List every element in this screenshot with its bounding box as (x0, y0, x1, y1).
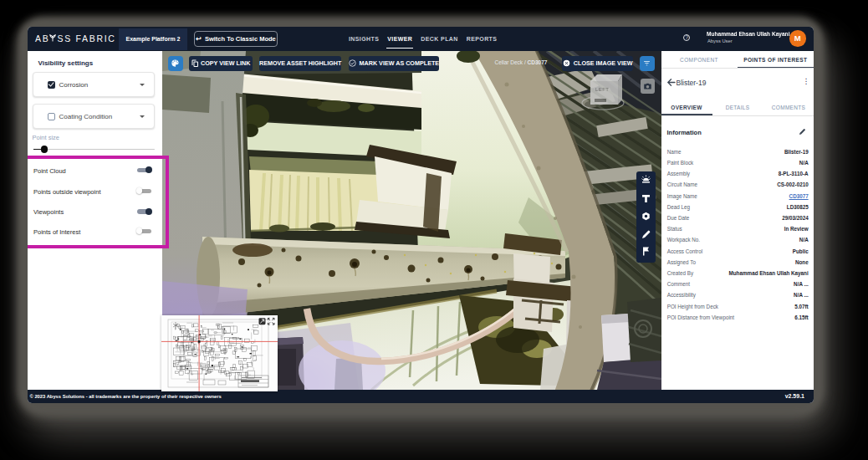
svg-text:LEFT: LEFT (595, 87, 609, 92)
